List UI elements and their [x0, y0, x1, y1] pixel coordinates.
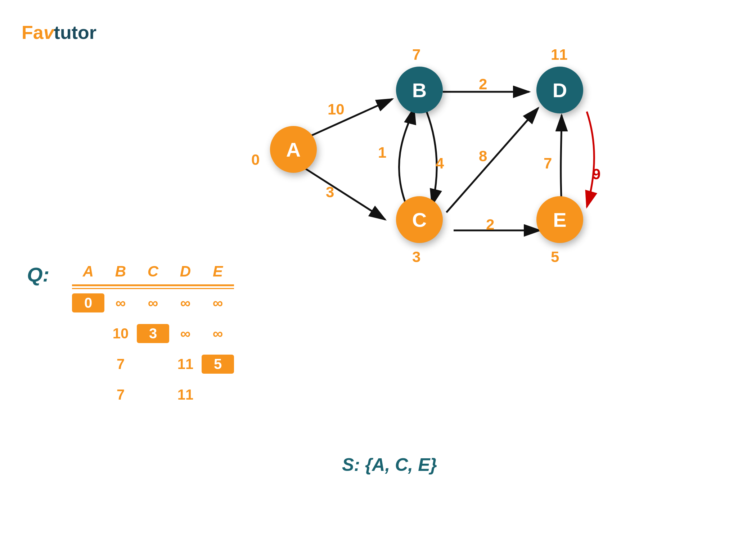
- cell-r4-c: [137, 385, 169, 404]
- graph-svg: [198, 29, 720, 353]
- cell-r4-a: [72, 385, 104, 404]
- q-label: Q:: [27, 263, 49, 286]
- node-c: C: [396, 196, 443, 243]
- table-row-2: 10 3 ∞ ∞: [72, 324, 234, 343]
- underline2: [72, 288, 234, 289]
- table-row-1: 0 ∞ ∞ ∞ ∞: [72, 293, 234, 312]
- cell-r3-b: 7: [104, 355, 137, 374]
- edge-bc-label: 4: [436, 155, 444, 172]
- col-head-b: B: [104, 263, 137, 280]
- dist-d: 11: [551, 46, 568, 63]
- edge-ed-label: 7: [544, 155, 552, 172]
- col-head-d: D: [169, 263, 202, 280]
- col-head-e: E: [202, 263, 234, 280]
- cell-r1-c: ∞: [137, 293, 169, 312]
- node-a: A: [270, 126, 317, 173]
- cell-r2-c: 3: [137, 324, 169, 343]
- edge-ab-label: 10: [328, 101, 345, 118]
- s-set-label: S: {A, C, E}: [342, 454, 437, 475]
- cell-r3-d: 11: [169, 355, 202, 374]
- cell-r3-e: 5: [202, 355, 234, 374]
- col-head-c: C: [137, 263, 169, 280]
- logo-fav: Fa: [22, 22, 44, 43]
- cell-r2-e: ∞: [202, 324, 234, 343]
- cell-r4-d: 11: [169, 385, 202, 404]
- cell-r3-c: [137, 355, 169, 374]
- table-row-4: 7 11: [72, 385, 234, 404]
- table-headers: A B C D E: [72, 263, 234, 280]
- cell-r2-d: ∞: [169, 324, 202, 343]
- dist-e: 5: [551, 248, 559, 266]
- edge-bd-label: 2: [479, 76, 487, 93]
- node-b: B: [396, 67, 443, 113]
- edge-cb-label: 1: [378, 144, 386, 161]
- cell-r4-e: [202, 385, 234, 404]
- edge-ce-label: 2: [486, 216, 494, 233]
- cell-r1-d: ∞: [169, 293, 202, 312]
- graph-area: A 0 B 7 C 3 D 11 E 5 10 3 2 1 4 8 2 7 9: [198, 29, 720, 353]
- underline1: [72, 284, 234, 286]
- node-d: D: [536, 67, 583, 113]
- edge-cd-label: 8: [479, 148, 487, 165]
- node-e: E: [536, 196, 583, 243]
- logo: Favtutor: [22, 22, 96, 43]
- logo-tutor: tutor: [54, 22, 96, 43]
- dist-b: 7: [412, 46, 420, 63]
- svg-line-3: [301, 166, 385, 220]
- dist-a: 0: [251, 151, 260, 168]
- cell-r1-b: ∞: [104, 293, 137, 312]
- cell-r4-b: 7: [104, 385, 137, 404]
- edge-ac-label: 3: [326, 184, 334, 201]
- cell-r1-e: ∞: [202, 293, 234, 312]
- cell-r1-a: 0: [72, 293, 104, 312]
- cell-r2-a: [72, 324, 104, 343]
- edge-de-label: 9: [592, 166, 600, 183]
- table-row-3: 7 11 5: [72, 355, 234, 374]
- svg-line-2: [301, 99, 392, 140]
- dist-c: 3: [412, 248, 420, 266]
- col-head-a: A: [72, 263, 104, 280]
- svg-line-5: [446, 108, 538, 212]
- logo-v: v: [44, 22, 54, 43]
- cell-r2-b: 10: [104, 324, 137, 343]
- cell-r3-a: [72, 355, 104, 374]
